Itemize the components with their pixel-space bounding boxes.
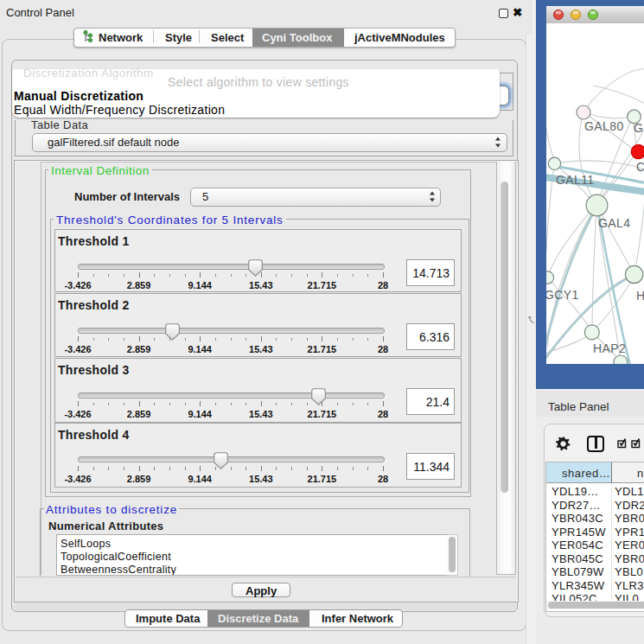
svg-text:GAL80: GAL80: [584, 119, 624, 133]
svg-text:G…: G…: [634, 121, 644, 135]
svg-text:GCY1: GCY1: [546, 288, 579, 302]
svg-text:C: C: [636, 160, 644, 174]
svg-text:H: H: [636, 289, 644, 303]
svg-text:GAL4: GAL4: [598, 216, 630, 230]
svg-text:HAP2: HAP2: [593, 341, 626, 355]
svg-text:GAL11: GAL11: [556, 173, 595, 187]
